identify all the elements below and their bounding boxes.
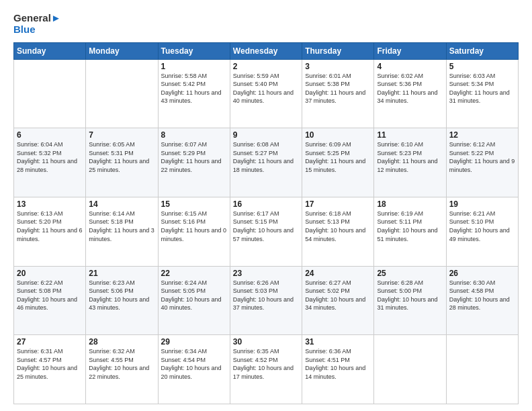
calendar-day-cell: 26Sunrise: 6:30 AM Sunset: 4:58 PM Dayli… xyxy=(446,266,518,335)
day-number: 24 xyxy=(305,269,371,278)
weekday-header-cell: Monday xyxy=(86,42,158,59)
day-info: Sunrise: 6:35 AM Sunset: 4:52 PM Dayligh… xyxy=(233,347,299,381)
day-info: Sunrise: 6:21 AM Sunset: 5:10 PM Dayligh… xyxy=(449,210,515,243)
day-info: Sunrise: 6:10 AM Sunset: 5:23 PM Dayligh… xyxy=(377,140,443,174)
calendar-day-cell: 7Sunrise: 6:05 AM Sunset: 5:31 PM Daylig… xyxy=(86,128,158,197)
day-number: 20 xyxy=(17,269,83,278)
logo: General► Blue xyxy=(13,12,61,36)
day-info: Sunrise: 5:58 AM Sunset: 5:42 PM Dayligh… xyxy=(161,72,227,105)
calendar-day-cell: 17Sunrise: 6:18 AM Sunset: 5:13 PM Dayli… xyxy=(302,197,374,266)
calendar-day-cell: 15Sunrise: 6:15 AM Sunset: 5:16 PM Dayli… xyxy=(158,197,230,266)
weekday-header-cell: Saturday xyxy=(446,42,518,59)
day-number: 9 xyxy=(233,130,299,140)
calendar-day-cell: 24Sunrise: 6:27 AM Sunset: 5:02 PM Dayli… xyxy=(302,266,374,335)
calendar-day-cell: 29Sunrise: 6:34 AM Sunset: 4:54 PM Dayli… xyxy=(158,335,230,404)
calendar-day-cell xyxy=(374,335,446,404)
day-number: 13 xyxy=(17,199,83,209)
day-info: Sunrise: 6:09 AM Sunset: 5:25 PM Dayligh… xyxy=(305,140,371,174)
calendar-day-cell: 16Sunrise: 6:17 AM Sunset: 5:15 PM Dayli… xyxy=(230,197,302,266)
logo-blue: Blue xyxy=(13,24,61,35)
weekday-header-cell: Sunday xyxy=(14,42,86,59)
calendar-day-cell: 23Sunrise: 6:26 AM Sunset: 5:03 PM Dayli… xyxy=(230,266,302,335)
day-number: 2 xyxy=(233,62,299,71)
calendar-day-cell: 10Sunrise: 6:09 AM Sunset: 5:25 PM Dayli… xyxy=(302,128,374,197)
day-number: 3 xyxy=(305,62,371,71)
calendar-day-cell: 20Sunrise: 6:22 AM Sunset: 5:08 PM Dayli… xyxy=(14,266,86,335)
day-info: Sunrise: 6:26 AM Sunset: 5:03 PM Dayligh… xyxy=(233,279,299,312)
logo-general: General► xyxy=(13,12,61,24)
calendar-day-cell: 4Sunrise: 6:02 AM Sunset: 5:36 PM Daylig… xyxy=(374,59,446,128)
logo-text: General► Blue xyxy=(13,12,61,36)
header: General► Blue xyxy=(13,12,519,36)
calendar-body: 1Sunrise: 5:58 AM Sunset: 5:42 PM Daylig… xyxy=(14,59,519,404)
day-number: 19 xyxy=(449,199,515,209)
page: General► Blue SundayMondayTuesdayWednesd… xyxy=(0,0,532,411)
day-number: 5 xyxy=(449,62,515,71)
day-info: Sunrise: 6:22 AM Sunset: 5:08 PM Dayligh… xyxy=(17,279,83,312)
weekday-header-cell: Wednesday xyxy=(230,42,302,59)
calendar-day-cell xyxy=(14,59,86,128)
day-info: Sunrise: 6:23 AM Sunset: 5:06 PM Dayligh… xyxy=(89,279,154,312)
day-info: Sunrise: 6:18 AM Sunset: 5:13 PM Dayligh… xyxy=(305,210,371,243)
day-number: 28 xyxy=(89,337,154,347)
calendar-day-cell: 3Sunrise: 6:01 AM Sunset: 5:38 PM Daylig… xyxy=(302,59,374,128)
calendar-day-cell: 28Sunrise: 6:32 AM Sunset: 4:55 PM Dayli… xyxy=(86,335,158,404)
calendar-day-cell: 21Sunrise: 6:23 AM Sunset: 5:06 PM Dayli… xyxy=(86,266,158,335)
day-info: Sunrise: 6:17 AM Sunset: 5:15 PM Dayligh… xyxy=(233,210,299,243)
day-number: 17 xyxy=(305,199,371,209)
day-number: 15 xyxy=(161,199,227,209)
day-number: 4 xyxy=(377,62,443,71)
day-info: Sunrise: 6:28 AM Sunset: 5:00 PM Dayligh… xyxy=(377,279,443,312)
calendar-day-cell: 2Sunrise: 5:59 AM Sunset: 5:40 PM Daylig… xyxy=(230,59,302,128)
calendar-week-row: 20Sunrise: 6:22 AM Sunset: 5:08 PM Dayli… xyxy=(14,266,519,335)
day-info: Sunrise: 6:01 AM Sunset: 5:38 PM Dayligh… xyxy=(305,72,371,105)
calendar-day-cell: 1Sunrise: 5:58 AM Sunset: 5:42 PM Daylig… xyxy=(158,59,230,128)
day-number: 25 xyxy=(377,269,443,278)
calendar-day-cell: 8Sunrise: 6:07 AM Sunset: 5:29 PM Daylig… xyxy=(158,128,230,197)
weekday-header-cell: Friday xyxy=(374,42,446,59)
calendar-day-cell: 5Sunrise: 6:03 AM Sunset: 5:34 PM Daylig… xyxy=(446,59,518,128)
calendar-day-cell: 25Sunrise: 6:28 AM Sunset: 5:00 PM Dayli… xyxy=(374,266,446,335)
calendar-day-cell: 14Sunrise: 6:14 AM Sunset: 5:18 PM Dayli… xyxy=(86,197,158,266)
calendar-day-cell: 18Sunrise: 6:19 AM Sunset: 5:11 PM Dayli… xyxy=(374,197,446,266)
day-info: Sunrise: 6:02 AM Sunset: 5:36 PM Dayligh… xyxy=(377,72,443,105)
calendar-day-cell: 27Sunrise: 6:31 AM Sunset: 4:57 PM Dayli… xyxy=(14,335,86,404)
calendar-day-cell: 12Sunrise: 6:12 AM Sunset: 5:22 PM Dayli… xyxy=(446,128,518,197)
day-number: 27 xyxy=(17,337,83,347)
day-number: 22 xyxy=(161,269,227,278)
day-number: 29 xyxy=(161,337,227,347)
day-number: 12 xyxy=(449,130,515,140)
day-info: Sunrise: 6:03 AM Sunset: 5:34 PM Dayligh… xyxy=(449,72,515,105)
calendar-week-row: 1Sunrise: 5:58 AM Sunset: 5:42 PM Daylig… xyxy=(14,59,519,128)
calendar-day-cell: 6Sunrise: 6:04 AM Sunset: 5:32 PM Daylig… xyxy=(14,128,86,197)
calendar-day-cell: 22Sunrise: 6:24 AM Sunset: 5:05 PM Dayli… xyxy=(158,266,230,335)
day-number: 30 xyxy=(233,337,299,347)
day-info: Sunrise: 6:32 AM Sunset: 4:55 PM Dayligh… xyxy=(89,347,154,381)
day-number: 23 xyxy=(233,269,299,278)
day-number: 7 xyxy=(89,130,154,140)
calendar-day-cell: 11Sunrise: 6:10 AM Sunset: 5:23 PM Dayli… xyxy=(374,128,446,197)
day-info: Sunrise: 6:31 AM Sunset: 4:57 PM Dayligh… xyxy=(17,347,83,381)
day-number: 8 xyxy=(161,130,227,140)
calendar-day-cell: 19Sunrise: 6:21 AM Sunset: 5:10 PM Dayli… xyxy=(446,197,518,266)
day-info: Sunrise: 5:59 AM Sunset: 5:40 PM Dayligh… xyxy=(233,72,299,105)
day-info: Sunrise: 6:13 AM Sunset: 5:20 PM Dayligh… xyxy=(17,210,83,243)
day-number: 21 xyxy=(89,269,154,278)
day-info: Sunrise: 6:12 AM Sunset: 5:22 PM Dayligh… xyxy=(449,140,515,174)
day-info: Sunrise: 6:36 AM Sunset: 4:51 PM Dayligh… xyxy=(305,347,371,381)
calendar-day-cell xyxy=(446,335,518,404)
day-number: 11 xyxy=(377,130,443,140)
calendar-day-cell xyxy=(86,59,158,128)
day-info: Sunrise: 6:19 AM Sunset: 5:11 PM Dayligh… xyxy=(377,210,443,243)
calendar-week-row: 6Sunrise: 6:04 AM Sunset: 5:32 PM Daylig… xyxy=(14,128,519,197)
calendar-week-row: 27Sunrise: 6:31 AM Sunset: 4:57 PM Dayli… xyxy=(14,335,519,404)
day-info: Sunrise: 6:14 AM Sunset: 5:18 PM Dayligh… xyxy=(89,210,154,243)
day-number: 18 xyxy=(377,199,443,209)
calendar-day-cell: 30Sunrise: 6:35 AM Sunset: 4:52 PM Dayli… xyxy=(230,335,302,404)
calendar: SundayMondayTuesdayWednesdayThursdayFrid… xyxy=(13,42,519,405)
weekday-header-cell: Tuesday xyxy=(158,42,230,59)
day-info: Sunrise: 6:34 AM Sunset: 4:54 PM Dayligh… xyxy=(161,347,227,381)
day-info: Sunrise: 6:24 AM Sunset: 5:05 PM Dayligh… xyxy=(161,279,227,312)
weekday-header-cell: Thursday xyxy=(302,42,374,59)
day-info: Sunrise: 6:15 AM Sunset: 5:16 PM Dayligh… xyxy=(161,210,227,243)
